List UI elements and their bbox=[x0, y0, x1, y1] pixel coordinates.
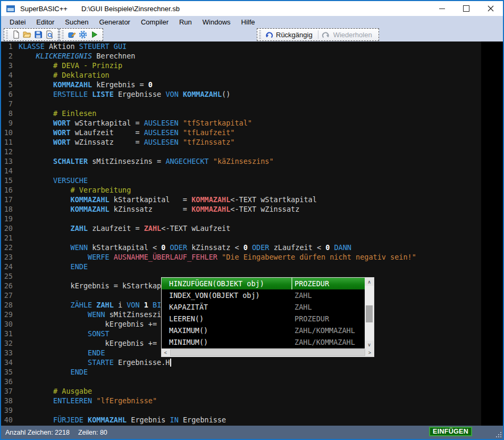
code-line[interactable]: 35 ENDE bbox=[1, 367, 481, 377]
gui-designer-button[interactable] bbox=[66, 29, 77, 40]
code-line[interactable]: 15 VERSUCHE bbox=[1, 176, 481, 185]
menu-item-windows[interactable]: Windows bbox=[197, 16, 236, 28]
line-number: 12 bbox=[1, 147, 16, 156]
code-text: WORT wZinssatz = AUSLESEN "tfZinssatz" bbox=[16, 137, 234, 147]
autocomplete-popup: HINZUFÜGEN(OBJEKT obj)PROZEDURINDEX_VON(… bbox=[161, 277, 374, 357]
file-path: D:\GUI Beispiele\Zinsrechner.sb bbox=[81, 5, 180, 13]
autocomplete-item[interactable]: KAPAZITÄTZAHL bbox=[162, 301, 365, 313]
code-line[interactable]: 22 WENN kStartkapital < 0 ODER kZinssatz… bbox=[1, 243, 481, 252]
code-line[interactable]: 14 bbox=[1, 166, 481, 176]
toolbar-grip[interactable] bbox=[6, 30, 8, 39]
line-number: 35 bbox=[1, 367, 16, 377]
editor-region[interactable]: 1KLASSE Aktion STEUERT GUI2 KLICKEREIGNI… bbox=[1, 41, 503, 426]
code-line[interactable]: 10 WORT wLaufzeit = AUSLESEN "tfLaufzeit… bbox=[1, 128, 481, 137]
popup-vertical-scrollbar[interactable]: ∧ ∨ bbox=[365, 278, 374, 348]
undo-button[interactable] bbox=[263, 29, 274, 40]
code-line[interactable]: 4 # Deklaration bbox=[1, 70, 481, 80]
code-line[interactable]: 11 WORT wZinssatz = AUSLESEN "tfZinssatz… bbox=[1, 137, 481, 147]
code-line[interactable]: 3 # DEVA - Prinzip bbox=[1, 61, 481, 70]
scroll-up-icon[interactable]: ∧ bbox=[365, 278, 374, 286]
code-line[interactable]: 9 WORT wStartkapital = AUSLESEN "tfStart… bbox=[1, 118, 481, 128]
print-preview-button[interactable] bbox=[44, 29, 55, 40]
code-line[interactable]: 16 # Verarbeitung bbox=[1, 185, 481, 195]
popup-horizontal-scrollbar[interactable]: < > bbox=[162, 348, 374, 356]
app-title: SuperBASIC++ bbox=[20, 5, 68, 13]
line-number: 30 bbox=[1, 319, 16, 329]
run-button[interactable] bbox=[88, 29, 99, 40]
code-line[interactable]: 5 KOMMAZAHL kErgebnis = 0 bbox=[1, 80, 481, 89]
autocomplete-item[interactable]: INDEX_VON(OBJEKT obj)ZAHL bbox=[162, 289, 365, 301]
autocomplete-item[interactable]: MAXIMUM()ZAHL/KOMMAZAHL bbox=[162, 325, 365, 336]
toolbar-grip[interactable] bbox=[62, 30, 64, 39]
redo-button[interactable] bbox=[321, 29, 332, 40]
code-line[interactable]: 12 bbox=[1, 147, 481, 156]
scroll-left-icon[interactable]: < bbox=[162, 348, 170, 356]
code-line[interactable]: 2 KLICKEREIGNIS Berechnen bbox=[1, 51, 481, 61]
code-line[interactable]: 20 ZAHL zLaufzeit = ZAHL<-TEXT wLaufzeit bbox=[1, 223, 481, 233]
menu-item-compiler[interactable]: Compiler bbox=[136, 16, 174, 28]
code-line[interactable]: 36 bbox=[1, 377, 481, 386]
code-line[interactable]: 18 KOMMAZAHL kZinssatz = KOMMAZAHL<-TEXT… bbox=[1, 204, 481, 214]
code-line[interactable]: 19 bbox=[1, 214, 481, 223]
autocomplete-item[interactable]: HINZUFÜGEN(OBJEKT obj)PROZEDUR bbox=[162, 278, 365, 289]
code-line[interactable]: 39 bbox=[1, 405, 481, 415]
code-line[interactable]: 23 WERFE AUSNAHME_ÜBERLAUF_FEHLER "Die E… bbox=[1, 252, 481, 262]
autocomplete-item[interactable]: MINIMUM()ZAHL/KOMMAZAHL bbox=[162, 336, 365, 348]
line-number: 34 bbox=[1, 358, 16, 367]
status-bar: Anzahl Zeichen: 2218 Zeilen: 80 EINFÜGEN bbox=[1, 426, 503, 439]
line-number: 37 bbox=[1, 386, 16, 396]
line-number: 25 bbox=[1, 271, 16, 281]
undo-label[interactable]: Rückgängig bbox=[276, 31, 313, 39]
save-button[interactable] bbox=[32, 29, 44, 40]
scroll-thumb[interactable] bbox=[170, 349, 365, 356]
menu-item-hilfe[interactable]: Hilfe bbox=[236, 16, 261, 28]
line-number: 29 bbox=[1, 310, 16, 319]
line-number: 6 bbox=[1, 89, 16, 99]
code-line[interactable]: 6 ERSTELLE LISTE Ergebnisse VON KOMMAZAH… bbox=[1, 89, 481, 99]
code-text bbox=[16, 214, 19, 223]
menu-item-datei[interactable]: Datei bbox=[4, 16, 31, 28]
line-number: 38 bbox=[1, 396, 16, 405]
code-line[interactable]: 21 bbox=[1, 233, 481, 243]
close-button[interactable] bbox=[478, 1, 503, 16]
code-line[interactable]: 38 ENTLEEREN "lfErgebnisse" bbox=[1, 396, 481, 405]
code-text: ZÄHLE ZAHL i VON 1 BIS bbox=[16, 300, 165, 310]
member-return-type: ZAHL bbox=[295, 291, 312, 300]
code-line[interactable]: 24 ENDE bbox=[1, 262, 481, 271]
new-file-button[interactable] bbox=[10, 29, 21, 40]
code-line[interactable]: 13 SCHALTER sMitZinseszins = ANGECHECKT … bbox=[1, 156, 481, 166]
menu-item-suchen[interactable]: Suchen bbox=[60, 16, 94, 28]
code-line[interactable]: 37 # Ausgabe bbox=[1, 386, 481, 396]
maximize-button[interactable] bbox=[454, 1, 478, 16]
resize-grip-icon[interactable] bbox=[494, 430, 501, 437]
minimize-button[interactable] bbox=[430, 1, 454, 16]
code-text: # Deklaration bbox=[16, 70, 110, 80]
line-number: 33 bbox=[1, 348, 16, 358]
code-line[interactable]: 8 # Einlesen bbox=[1, 109, 481, 118]
title-bar[interactable]: SuperBASIC++ D:\GUI Beispiele\Zinsrechne… bbox=[1, 1, 503, 16]
scroll-right-icon[interactable]: > bbox=[366, 348, 374, 356]
code-line[interactable]: 1KLASSE Aktion STEUERT GUI bbox=[1, 41, 481, 51]
open-file-button[interactable] bbox=[21, 29, 32, 40]
undo-icon bbox=[265, 30, 273, 39]
menu-item-editor[interactable]: Editor bbox=[31, 16, 60, 28]
code-area[interactable]: 1KLASSE Aktion STEUERT GUI2 KLICKEREIGNI… bbox=[1, 41, 481, 426]
menu-item-generator[interactable]: Generator bbox=[94, 16, 136, 28]
code-line[interactable]: 40 FÜRJEDE KOMMAZAHL Ergebnis IN Ergebni… bbox=[1, 415, 481, 425]
autocomplete-item[interactable]: LEEREN()PROZEDUR bbox=[162, 313, 365, 325]
menu-item-run[interactable]: Run bbox=[174, 16, 197, 28]
code-text: ZAHL zLaufzeit = ZAHL<-TEXT wLaufzeit bbox=[16, 223, 230, 233]
toolbar-grip[interactable] bbox=[259, 30, 261, 39]
settings-gear-button[interactable] bbox=[77, 29, 88, 40]
scroll-thumb[interactable] bbox=[366, 305, 373, 322]
code-line[interactable]: 17 KOMMAZAHL kStartkapital = KOMMAZAHL<-… bbox=[1, 195, 481, 204]
code-line[interactable]: 7 bbox=[1, 99, 481, 109]
scroll-down-icon[interactable]: ∨ bbox=[365, 341, 374, 348]
code-line[interactable]: 34 STARTE Ergebnisse.H bbox=[1, 358, 481, 367]
member-return-type: PROZEDUR bbox=[295, 314, 329, 323]
code-text: KOMMAZAHL kZinssatz = KOMMAZAHL<-TEXT wZ… bbox=[16, 204, 299, 214]
code-text bbox=[16, 405, 19, 415]
line-number: 36 bbox=[1, 377, 16, 386]
line-number: 24 bbox=[1, 262, 16, 271]
line-number: 1 bbox=[1, 41, 16, 51]
